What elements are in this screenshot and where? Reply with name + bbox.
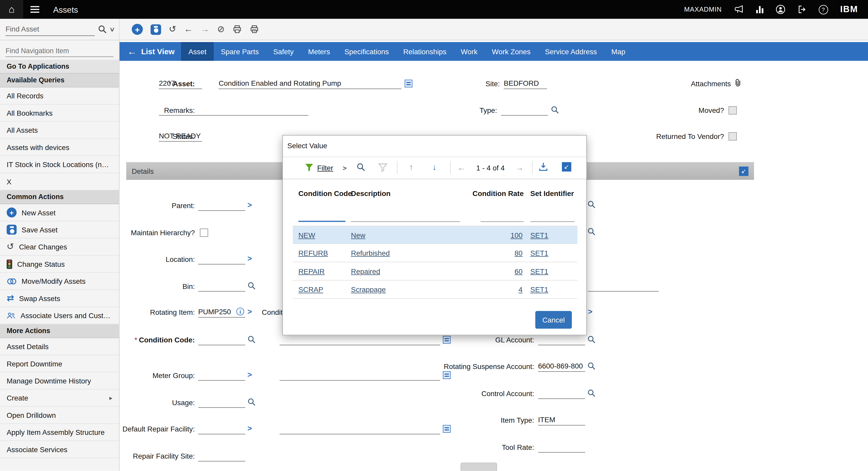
condition-rate-link[interactable]: 100: [510, 226, 523, 245]
condition-code-link[interactable]: SCRAP: [299, 280, 323, 299]
condition-code-link[interactable]: REFURB: [299, 244, 328, 262]
type-field[interactable]: [501, 104, 548, 116]
tab-work[interactable]: Work: [454, 42, 485, 61]
control-account-lookup-icon[interactable]: [587, 389, 596, 397]
paperclip-icon[interactable]: [734, 78, 742, 87]
repair-facility-site-field[interactable]: [198, 450, 245, 462]
tab-service-address[interactable]: Service Address: [538, 42, 604, 61]
asset-field[interactable]: 2207: [159, 78, 202, 89]
announcements-button[interactable]: [734, 5, 744, 14]
condition-code-link[interactable]: NEW: [299, 226, 315, 245]
previous-page-icon[interactable]: ←: [457, 163, 466, 172]
detail-menu-icon[interactable]: >: [588, 307, 593, 317]
home-button[interactable]: ⌂: [0, 0, 23, 19]
site-field[interactable]: BEDFORD: [504, 78, 547, 89]
menu-button[interactable]: [23, 0, 46, 19]
usage-field[interactable]: [198, 397, 245, 408]
table-row[interactable]: REFURB Refurbished 80 SET1: [293, 244, 578, 262]
sidebar-item-open-drilldown[interactable]: Open Drilldown: [0, 407, 119, 424]
sidebar-item-new-asset[interactable]: + New Asset: [0, 204, 119, 221]
previous-record-button[interactable]: ←: [184, 25, 193, 34]
asset-description-field[interactable]: Condition Enabled and Rotating Pump: [219, 78, 401, 89]
tab-meters[interactable]: Meters: [301, 42, 337, 61]
sidebar-item-report-downtime[interactable]: Report Downtime: [0, 355, 119, 372]
location-field[interactable]: [198, 253, 245, 264]
sidebar-item-clear-changes[interactable]: ↺ Clear Changes: [0, 239, 119, 256]
sidebar-item-asset-details[interactable]: Asset Details: [0, 338, 119, 355]
sign-out-button[interactable]: [798, 5, 806, 14]
filter-input-description[interactable]: [351, 212, 460, 222]
set-identifier-link[interactable]: SET1: [530, 244, 549, 262]
download-icon[interactable]: [538, 162, 548, 171]
set-identifier-link[interactable]: SET1: [530, 226, 549, 245]
set-identifier-link[interactable]: SET1: [530, 280, 549, 299]
description-field[interactable]: [588, 280, 659, 291]
print-button[interactable]: [232, 25, 242, 34]
bin-field[interactable]: [198, 280, 245, 291]
save-record-button[interactable]: [151, 24, 161, 35]
print-attachments-button[interactable]: [250, 25, 259, 34]
description-link[interactable]: Scrappage: [351, 280, 386, 299]
tab-asset[interactable]: Asset: [181, 42, 214, 61]
parent-detail-menu-icon[interactable]: >: [247, 200, 252, 210]
tab-work-zones[interactable]: Work Zones: [485, 42, 537, 61]
description-link[interactable]: New: [351, 226, 366, 245]
column-header-condition-rate[interactable]: Condition Rate: [466, 189, 524, 197]
sidebar-item-assets-with-devices[interactable]: Assets with devices: [0, 139, 119, 156]
rotating-suspense-field[interactable]: 6600-869-800: [538, 361, 585, 372]
sidebar-item-all-assets[interactable]: All Assets: [0, 122, 119, 139]
sidebar-item-manage-downtime-history[interactable]: Manage Downtime History: [0, 372, 119, 389]
column-header-condition-code[interactable]: Condition Code: [299, 189, 352, 197]
gl-account-lookup-icon[interactable]: [587, 336, 596, 344]
field-lookup-icon[interactable]: [587, 227, 596, 236]
help-button[interactable]: ?: [819, 5, 828, 14]
condition-rate-link[interactable]: 80: [515, 244, 523, 262]
maintain-hierarchy-checkbox[interactable]: [200, 228, 208, 237]
table-row[interactable]: REPAIR Repaired 60 SET1: [293, 262, 578, 281]
sidebar-item-save-asset[interactable]: Save Asset: [0, 221, 119, 238]
table-row[interactable]: NEW New 100 SET1: [293, 226, 578, 244]
description-link[interactable]: Repaired: [351, 262, 380, 281]
sidebar-item-change-status[interactable]: Change Status: [0, 256, 119, 273]
sidebar-item-x-query[interactable]: X: [0, 173, 119, 190]
condition-code-link[interactable]: REPAIR: [299, 262, 325, 281]
gl-account-field[interactable]: [538, 334, 585, 345]
sidebar-item-all-bookmarks[interactable]: All Bookmarks: [0, 104, 119, 122]
field-lookup-icon[interactable]: [587, 200, 596, 209]
list-view-button[interactable]: ← List View: [120, 47, 181, 56]
table-row[interactable]: SCRAP Scrappage 4 SET1: [293, 280, 578, 299]
tab-specifications[interactable]: Specifications: [337, 42, 396, 61]
sidebar-item-move-modify-assets[interactable]: Move/Modify Assets: [0, 273, 119, 290]
find-asset-input[interactable]: [5, 23, 95, 36]
section-restore-button[interactable]: ↙: [739, 166, 748, 176]
parent-field[interactable]: [198, 200, 245, 211]
sidebar-item-associate-services[interactable]: Associate Services: [0, 441, 119, 458]
next-page-icon[interactable]: →: [516, 163, 524, 172]
default-repair-facility-field[interactable]: [198, 423, 245, 434]
filter-input-set-identifier[interactable]: [530, 212, 575, 222]
sidebar-item-go-to-applications[interactable]: Go To Applications: [0, 60, 119, 73]
condition-rate-link[interactable]: 60: [515, 262, 523, 281]
rotating-item-detail-menu-icon[interactable]: >: [247, 307, 252, 317]
filter-input-condition-code[interactable]: [299, 212, 345, 222]
cancel-button[interactable]: Cancel: [535, 311, 572, 329]
dialog-restore-button[interactable]: ↙: [562, 162, 571, 171]
rotating-suspense-lookup-icon[interactable]: [587, 362, 596, 370]
clear-filter-icon[interactable]: [378, 163, 388, 172]
previous-row-icon[interactable]: ↑: [409, 163, 413, 171]
moved-checkbox[interactable]: [728, 106, 737, 115]
bin-lookup-icon[interactable]: [247, 282, 256, 290]
condition-rate-link[interactable]: 4: [519, 280, 523, 299]
returned-to-vendor-checkbox[interactable]: [728, 132, 737, 140]
long-description-icon[interactable]: [443, 425, 451, 433]
set-identifier-link[interactable]: SET1: [530, 262, 549, 281]
tab-relationships[interactable]: Relationships: [396, 42, 454, 61]
description-link[interactable]: Refurbished: [351, 244, 390, 262]
reports-button[interactable]: [756, 5, 763, 13]
sidebar-item-apply-item-assembly[interactable]: Apply Item Assembly Structure: [0, 424, 119, 441]
sidebar-item-associate-users[interactable]: Associate Users and Custodia...: [0, 307, 119, 324]
sidebar-item-all-records[interactable]: All Records: [0, 88, 119, 104]
long-description-icon[interactable]: [443, 371, 451, 379]
location-detail-menu-icon[interactable]: >: [247, 253, 252, 263]
find-navigation-input[interactable]: [5, 45, 114, 57]
